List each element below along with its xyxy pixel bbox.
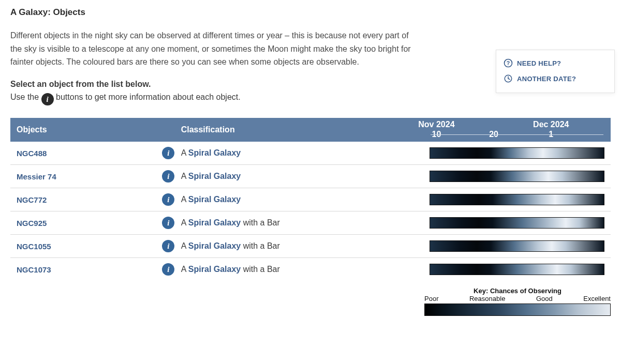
visibility-bar: [430, 194, 604, 205]
info-icon: i: [41, 93, 54, 105]
classification-cell: A Spiral Galaxy with a Bar: [175, 235, 423, 258]
page-title: A Galaxy: Objects: [10, 7, 611, 18]
table-row: NGC925iA Spiral Galaxy with a Bar: [10, 211, 611, 235]
object-link[interactable]: NGC772: [17, 195, 47, 204]
instruction-suffix: buttons to get more information about ea…: [54, 93, 241, 101]
svg-text:?: ?: [507, 60, 510, 66]
classification-link[interactable]: Spiral Galaxy: [188, 218, 241, 227]
classification-cell: A Spiral Galaxy with a Bar: [175, 258, 423, 281]
visibility-bar: [430, 217, 604, 229]
visibility-bar: [430, 171, 604, 182]
object-link[interactable]: Messier 74: [17, 172, 56, 181]
table-row: NGC488iA Spiral Galaxy: [10, 142, 611, 165]
help-card: ? NEED HELP? ANOTHER DATE?: [496, 50, 615, 93]
instruction-prefix: Use the: [10, 93, 41, 101]
info-button[interactable]: i: [162, 170, 174, 183]
classification-link[interactable]: Spiral Galaxy: [188, 195, 241, 204]
another-date-label: ANOTHER DATE?: [517, 75, 576, 83]
classification-link[interactable]: Spiral Galaxy: [188, 172, 241, 180]
object-link[interactable]: NGC925: [17, 219, 47, 228]
classification-link[interactable]: Spiral Galaxy: [188, 241, 241, 250]
table-row: NGC772iA Spiral Galaxy: [10, 188, 611, 211]
need-help-link[interactable]: ? NEED HELP?: [504, 55, 607, 71]
another-date-link[interactable]: ANOTHER DATE?: [504, 71, 607, 86]
svg-line-4: [508, 79, 510, 80]
question-icon: ?: [504, 58, 513, 68]
classification-cell: A Spiral Galaxy: [175, 165, 423, 188]
visibility-bar: [430, 240, 604, 252]
info-button[interactable]: i: [162, 193, 174, 206]
table-row: NGC1055iA Spiral Galaxy with a Bar: [10, 235, 611, 258]
classification-link[interactable]: Spiral Galaxy: [188, 148, 241, 157]
visibility-bar: [430, 264, 604, 275]
object-link[interactable]: NGC1055: [17, 242, 51, 251]
classification-cell: A Spiral Galaxy with a Bar: [175, 211, 423, 235]
need-help-label: NEED HELP?: [517, 59, 561, 67]
info-button[interactable]: i: [162, 217, 174, 229]
col-timeline: Nov 20241020Dec 20241: [423, 118, 611, 142]
legend: Key: Chances of Observing Poor Reasonabl…: [10, 287, 611, 316]
legend-title: Key: Chances of Observing: [424, 287, 611, 295]
info-button[interactable]: i: [162, 147, 174, 159]
legend-label-reasonable: Reasonable: [469, 295, 505, 302]
object-link[interactable]: NGC488: [17, 149, 47, 158]
col-classification: Classification: [175, 118, 423, 142]
col-objects: Objects: [10, 118, 175, 142]
classification-cell: A Spiral Galaxy: [175, 142, 423, 165]
classification-cell: A Spiral Galaxy: [175, 188, 423, 211]
table-row: Messier 74iA Spiral Galaxy: [10, 165, 611, 188]
object-link[interactable]: NGC1073: [17, 265, 51, 274]
info-button[interactable]: i: [162, 263, 174, 276]
legend-label-good: Good: [536, 295, 553, 302]
legend-bar: [424, 304, 611, 316]
legend-label-excellent: Excellent: [583, 295, 611, 302]
info-button[interactable]: i: [162, 240, 174, 252]
instruction-bold: Select an object from the list below.: [10, 80, 151, 88]
classification-link[interactable]: Spiral Galaxy: [188, 265, 241, 274]
intro-text: Different objects in the night sky can b…: [10, 29, 414, 69]
table-row: NGC1073iA Spiral Galaxy with a Bar: [10, 258, 611, 281]
legend-label-poor: Poor: [424, 295, 438, 302]
clock-icon: [504, 74, 513, 83]
objects-table: Objects Classification Nov 20241020Dec 2…: [10, 118, 611, 281]
visibility-bar: [430, 147, 604, 159]
